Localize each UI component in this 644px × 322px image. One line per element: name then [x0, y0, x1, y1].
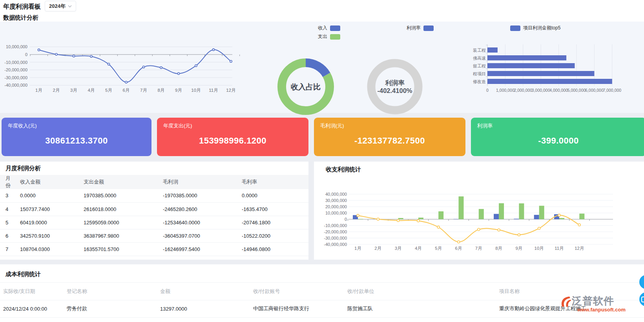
page-title: 年度利润看板: [3, 3, 41, 11]
table-cell: 劳务付款: [64, 300, 157, 317]
monthly-profit-panel: 月度利润分析 月份收入金额支出金额毛利润毛利率30.00001970385.00…: [0, 162, 308, 260]
table-cell: 4: [0, 202, 18, 216]
legend-label: 项目利润金额top5: [523, 25, 560, 31]
table-cell: 1970385.0000: [81, 189, 161, 202]
svg-text:4,000,000: 4,000,000: [549, 88, 568, 93]
legend-item[interactable]: 支出: [318, 34, 340, 40]
table-cell: 13297.0000: [157, 300, 250, 317]
column-header: 实际收/支日期: [0, 283, 64, 300]
table-cell: -20746.1800: [239, 216, 308, 229]
legend-label: 利润率: [407, 25, 421, 31]
kpi-value: -123137782.7500: [320, 136, 459, 146]
svg-text:20,000,000: 20,000,000: [325, 204, 347, 209]
line-chart-svg: 10,000,0000-10,000,000-20,000,000-30,000…: [0, 22, 259, 113]
kpi-label: 年度支出(元): [163, 122, 302, 129]
table-cell: 重庆市鹅岭公园绿化景观提升工程施工: [496, 300, 644, 317]
svg-text:3,000,000: 3,000,000: [532, 88, 550, 93]
svg-text:8月: 8月: [495, 246, 502, 251]
table-cell: 2024/12/24 0:00:00: [0, 300, 64, 317]
table-cell: 342570.9100: [18, 229, 81, 242]
table-row: 560419.000012595059.0000-12534640.0000-2…: [0, 216, 308, 229]
svg-text:-20,000,000: -20,000,000: [4, 67, 27, 72]
kpi-value: 153998996.1200: [163, 136, 302, 146]
table-cell: -16246997.5400: [161, 242, 239, 256]
table-row: 2024/12/24 0:00:00劳务付款13297.0000中国工商银行经华…: [0, 300, 644, 317]
table-cell: 2616018.0000: [81, 202, 161, 216]
table-cell: -10522.0200: [239, 229, 308, 242]
svg-text:7,000,000: 7,000,000: [603, 88, 621, 93]
kpi-card-profit-rate: 利润率 -399.0000: [471, 118, 644, 156]
column-header: 登记名称: [64, 283, 157, 300]
table-row: 30.00001970385.0000-1970385.00000.0000: [0, 189, 308, 202]
table-cell: 36387967.9800: [81, 229, 161, 242]
kpi-card-annual-expense: 年度支出(元) 153998996.1200: [157, 118, 308, 156]
svg-text:程项目: 程项目: [473, 71, 486, 76]
table-cell: 0.0000: [239, 189, 308, 202]
svg-text:10月: 10月: [535, 246, 544, 251]
project-top5-bar-chart: 01,000,0002,000,0003,000,0004,000,0005,0…: [447, 42, 632, 98]
table-cell: 150737.7400: [18, 202, 81, 216]
donut-chart-svg: 收入占比: [272, 53, 339, 120]
table-cell: -12534640.0000: [161, 216, 239, 229]
income-share-legend: 收入支出: [318, 25, 340, 42]
year-select-value: 2024年: [49, 3, 66, 10]
svg-text:1,000,000: 1,000,000: [496, 88, 514, 93]
monthly-profit-table: 月份收入金额支出金额毛利润毛利率30.00001970385.0000-1970…: [0, 175, 308, 256]
monthly-profit-title: 月度利润分析: [5, 165, 41, 172]
legend-item[interactable]: 利润率: [407, 25, 434, 31]
table-row: 6342570.910036387967.9800-36045397.0700-…: [0, 229, 308, 242]
svg-text:0: 0: [25, 52, 27, 57]
svg-text:6月: 6月: [123, 88, 130, 93]
legend-swatch: [510, 25, 520, 31]
svg-text:8月: 8月: [158, 88, 165, 93]
svg-text:12月: 12月: [226, 88, 235, 93]
combo-chart-svg: 40,000,00030,000,00020,000,00010,000,000…: [314, 169, 644, 259]
donut-chart-svg: 利润率-402.4100%: [361, 53, 429, 120]
table-cell: -36045397.0700: [161, 229, 239, 242]
svg-text:装工程: 装工程: [473, 48, 486, 53]
chat-icon: [641, 297, 644, 302]
stats-panel: 10,000,0000-10,000,000-20,000,000-30,000…: [0, 22, 644, 113]
svg-text:-10,000,000: -10,000,000: [4, 60, 27, 65]
svg-text:0: 0: [345, 217, 347, 222]
svg-text:-30,000,000: -30,000,000: [324, 236, 347, 240]
cost-profit-panel: 成本利润统计 实际收/支日期登记名称金额收/付款账号收/付款单位项目名称2024…: [0, 264, 644, 322]
svg-text:10,000,000: 10,000,000: [325, 211, 347, 215]
column-header: 月份: [0, 175, 18, 189]
page-header: 年度利润看板 2024年 数据统计分析: [0, 0, 644, 22]
legend-item[interactable]: 收入: [318, 25, 340, 31]
kpi-card-gross-profit: 毛利润(元) -123137782.7500: [314, 118, 465, 156]
svg-text:1月: 1月: [35, 88, 42, 93]
svg-text:7月: 7月: [475, 246, 482, 251]
legend-swatch: [330, 25, 340, 31]
table-cell: 60419.0000: [18, 216, 81, 229]
svg-text:11月: 11月: [209, 88, 218, 93]
year-select[interactable]: 2024年: [45, 1, 76, 11]
column-header: 收/付款单位: [344, 283, 496, 300]
kpi-value: 30861213.3700: [8, 136, 145, 146]
chevron-down-icon: [68, 5, 72, 7]
svg-text:2,000,000: 2,000,000: [514, 88, 532, 93]
svg-text:-30,000,000: -30,000,000: [4, 75, 27, 80]
column-header: 金额: [157, 283, 250, 300]
kpi-label: 利润率: [477, 122, 640, 129]
table-cell: -14946.0800: [239, 242, 308, 256]
table-row: 7108704.030016355701.5700-16246997.5400-…: [0, 242, 308, 256]
kpi-label: 年度收入(元): [8, 122, 145, 129]
svg-text:11月: 11月: [555, 246, 564, 251]
svg-text:10,000,000: 10,000,000: [6, 44, 27, 49]
profit-rate-donut-chart: 利润率-402.4100%: [361, 53, 429, 122]
table-cell: 108704.0300: [18, 242, 81, 256]
svg-text:4月: 4月: [415, 246, 422, 251]
svg-text:6月: 6月: [455, 246, 462, 251]
table-cell: -1635.4700: [239, 202, 308, 216]
svg-text:5月: 5月: [435, 246, 442, 251]
table-cell: 6: [0, 229, 18, 242]
svg-text:3月: 3月: [70, 88, 77, 93]
svg-text:9月: 9月: [515, 246, 522, 251]
svg-text:3月: 3月: [395, 246, 402, 251]
table-cell: 中国工商银行经华路支行: [250, 300, 344, 317]
legend-item[interactable]: 项目利润金额top5: [510, 25, 560, 31]
annual-profit-dashboard: 年度利润看板 2024年 数据统计分析 10,000,0000-10,000,0…: [0, 0, 644, 322]
income-expense-panel: 收支利润统计 40,000,00030,000,00020,000,00010,…: [314, 162, 644, 260]
